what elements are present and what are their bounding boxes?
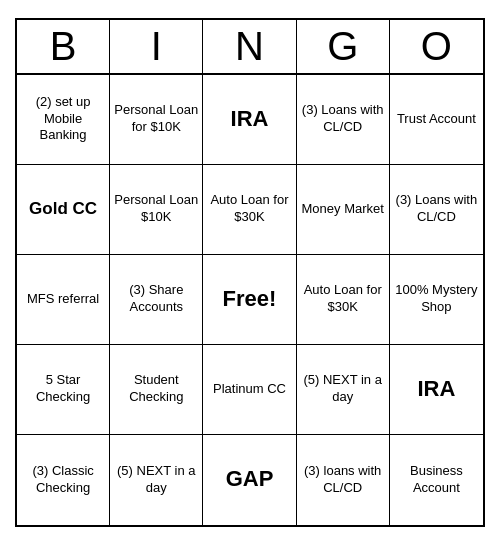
- bingo-cell-7: Auto Loan for $30K: [203, 165, 296, 255]
- bingo-cell-15: 5 Star Checking: [17, 345, 110, 435]
- bingo-cell-6: Personal Loan $10K: [110, 165, 203, 255]
- bingo-grid: (2) set up Mobile BankingPersonal Loan f…: [17, 75, 483, 525]
- bingo-card: B I N G O (2) set up Mobile BankingPerso…: [15, 18, 485, 527]
- bingo-cell-20: (3) Classic Checking: [17, 435, 110, 525]
- bingo-cell-13: Auto Loan for $30K: [297, 255, 390, 345]
- bingo-cell-4: Trust Account: [390, 75, 483, 165]
- bingo-cell-22: GAP: [203, 435, 296, 525]
- bingo-cell-18: (5) NEXT in a day: [297, 345, 390, 435]
- bingo-cell-9: (3) Loans with CL/CD: [390, 165, 483, 255]
- bingo-cell-11: (3) Share Accounts: [110, 255, 203, 345]
- bingo-cell-21: (5) NEXT in a day: [110, 435, 203, 525]
- bingo-cell-19: IRA: [390, 345, 483, 435]
- letter-n: N: [203, 20, 296, 73]
- bingo-cell-14: 100% Mystery Shop: [390, 255, 483, 345]
- bingo-cell-10: MFS referral: [17, 255, 110, 345]
- bingo-cell-12: Free!: [203, 255, 296, 345]
- bingo-cell-2: IRA: [203, 75, 296, 165]
- letter-b: B: [17, 20, 110, 73]
- bingo-cell-1: Personal Loan for $10K: [110, 75, 203, 165]
- bingo-cell-17: Platinum CC: [203, 345, 296, 435]
- bingo-cell-3: (3) Loans with CL/CD: [297, 75, 390, 165]
- bingo-cell-16: Student Checking: [110, 345, 203, 435]
- bingo-cell-0: (2) set up Mobile Banking: [17, 75, 110, 165]
- letter-i: I: [110, 20, 203, 73]
- bingo-cell-24: Business Account: [390, 435, 483, 525]
- bingo-cell-23: (3) loans with CL/CD: [297, 435, 390, 525]
- bingo-header: B I N G O: [17, 20, 483, 75]
- bingo-cell-8: Money Market: [297, 165, 390, 255]
- bingo-cell-5: Gold CC: [17, 165, 110, 255]
- letter-g: G: [297, 20, 390, 73]
- letter-o: O: [390, 20, 483, 73]
